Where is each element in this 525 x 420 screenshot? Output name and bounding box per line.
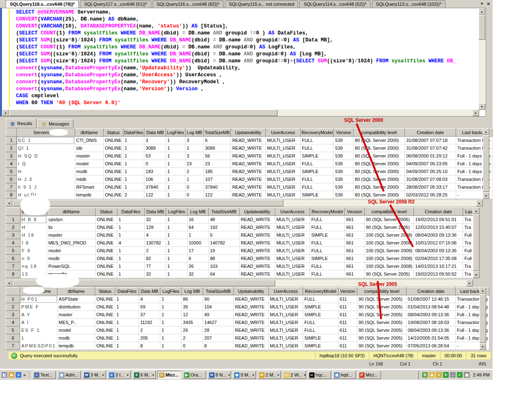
column-header-updateability[interactable]: Updateability: [231, 129, 266, 137]
grid-cell[interactable]: 80 (SQL Server 2000): [354, 152, 405, 160]
grid-cell[interactable]: 539: [334, 160, 354, 168]
grid-cell[interactable]: 4: [144, 231, 166, 239]
grid-cell[interactable]: FULL: [310, 247, 345, 255]
grid-cell[interactable]: 37840: [144, 183, 166, 191]
scroll-up-icon[interactable]: ▲: [483, 128, 489, 135]
mail-launch-icon[interactable]: ◉: [9, 372, 14, 378]
scroll-up-icon[interactable]: ▲: [479, 287, 486, 294]
grid-cell[interactable]: 08/04/2003 09:13:36: [406, 311, 456, 319]
grid-cell[interactable]: 611: [338, 342, 357, 350]
grid-cell[interactable]: 90 (SQL Server 2005): [357, 295, 406, 303]
column-header-data-mb[interactable]: Data MB: [144, 208, 166, 216]
grid-cell[interactable]: 10/01/2012 07:15:06: [414, 239, 463, 247]
row-number[interactable]: 3: [6, 311, 20, 319]
taskbar-button-8[interactable]: N8 N...▼: [208, 371, 231, 379]
grid-cell[interactable]: 103: [208, 262, 239, 270]
grid-cell[interactable]: MULTI_USER: [275, 239, 310, 247]
grid-cell[interactable]: READ_WRITE: [231, 144, 266, 152]
row-number[interactable]: 3: [6, 152, 17, 160]
servername-cell-redacted[interactable]: H: [16, 168, 75, 176]
grid-cell[interactable]: MES_DW2_PROD: [47, 239, 95, 247]
grid-cell[interactable]: master: [47, 231, 95, 239]
grid-cell[interactable]: FULL: [310, 262, 345, 270]
taskbar-button-10[interactable]: M2 M..▼: [258, 371, 281, 379]
code-line-5[interactable]: (SELECT SUM((size*8)/1024) FROM sysaltfi…: [16, 37, 456, 44]
grid-cell[interactable]: SIMPLE: [300, 168, 333, 176]
sql-code[interactable]: SELECT @@SERVERNAME Servername,CONVERT(V…: [16, 9, 456, 107]
grid-cell[interactable]: ONLINE: [95, 231, 117, 239]
grid-cell[interactable]: 130782: [144, 239, 166, 247]
grid-cell[interactable]: 23: [203, 160, 231, 168]
grid-cell[interactable]: RFSmart: [75, 183, 103, 191]
grid-cell[interactable]: 04/09/2007 05:23:05: [405, 160, 456, 168]
grid-cell[interactable]: MULTI_USER: [266, 137, 301, 144]
grid-cell[interactable]: MULTI_USER: [275, 262, 310, 270]
quick-launch-chevron-icon[interactable]: »: [23, 373, 26, 377]
grid-cell[interactable]: ONLINE: [103, 137, 123, 144]
servername-cell-redacted[interactable]: h 9 1 J: [16, 183, 75, 191]
code-line-9[interactable]: convert(sysname,DatabasePropertyEx(name,…: [16, 65, 456, 72]
grid-cell[interactable]: FULL: [300, 144, 333, 152]
grid-cell[interactable]: READ_WRITE: [234, 334, 269, 342]
taskbar-button-6[interactable]: SMicr...: [158, 371, 181, 379]
chevron-down-icon[interactable]: ▼: [252, 374, 255, 377]
scroll-thumb[interactable]: [13, 200, 283, 206]
grid-cell[interactable]: ONLINE: [103, 176, 123, 183]
servername-cell-redacted[interactable]: H 18: [21, 231, 47, 239]
taskbar-button-4[interactable]: e3 I...▼: [107, 371, 131, 379]
chevron-down-icon[interactable]: ▼: [304, 374, 306, 377]
scroll-up-icon[interactable]: ▲: [473, 208, 479, 214]
grid-cell[interactable]: 1: [117, 262, 144, 270]
row-number[interactable]: 8: [6, 270, 21, 278]
tray-sync-icon[interactable]: ↻: [443, 372, 449, 378]
taskbar-button-1[interactable]: ≡Text...: [32, 371, 56, 379]
scroll-up-icon[interactable]: ▲: [479, 8, 485, 15]
grid-cell[interactable]: READ_WRITE: [234, 303, 269, 311]
grid-corner-cell[interactable]: [6, 288, 20, 295]
grid-cell[interactable]: 1: [117, 255, 144, 262]
grid-cell[interactable]: 611: [338, 319, 357, 326]
grid-cell[interactable]: 1: [166, 183, 185, 191]
code-line-14[interactable]: WHEN 60 THEN '60 (SQL Server 6.0)': [16, 100, 456, 107]
scroll-down-icon[interactable]: ▼: [483, 192, 489, 199]
grid-cell[interactable]: 3088: [144, 144, 166, 152]
grid-cell[interactable]: READ_WRITE: [234, 311, 269, 319]
grid-cell[interactable]: 192: [208, 224, 239, 231]
grid-cell[interactable]: 10000: [187, 239, 208, 247]
grid-cell[interactable]: 4: [139, 295, 160, 303]
grid-cell[interactable]: 1: [166, 168, 185, 176]
grid-cell[interactable]: ASPState: [57, 295, 95, 303]
grid-cell[interactable]: 185: [203, 168, 231, 176]
servername-cell-redacted[interactable]: I 8: [21, 239, 47, 247]
code-line-13[interactable]: CASE cmptlevel: [16, 93, 456, 100]
grid-cell[interactable]: 1: [115, 303, 139, 311]
servername-cell-redacted[interactable]: H B 8: [21, 216, 47, 224]
grid-cell[interactable]: 90 (SQL Server 2005): [357, 326, 406, 334]
grid-cell[interactable]: 1: [123, 168, 144, 176]
column-header-creation-date[interactable]: Creation date: [414, 208, 463, 216]
grid-cell[interactable]: master: [75, 152, 103, 160]
grid-cell[interactable]: cpsdyn: [47, 216, 95, 224]
close-tab-icon[interactable]: ✕: [486, 1, 491, 7]
grid-cell[interactable]: MULTI_USER: [269, 342, 303, 350]
row-number[interactable]: 6: [6, 334, 20, 342]
grid-cell[interactable]: 1: [115, 319, 139, 326]
grid-cell[interactable]: 12/02/2013 15:40:07: [414, 224, 463, 231]
grid-cell[interactable]: 90 (SQL Server 2005): [357, 319, 406, 326]
grid-cell[interactable]: 6: [203, 137, 231, 144]
column-header-log-mb[interactable]: Log MB: [182, 288, 203, 295]
grid-cell[interactable]: MULTI_USER: [266, 183, 301, 191]
grid-cell[interactable]: 64: [187, 224, 208, 231]
column-header-updateability[interactable]: Updateability: [239, 208, 275, 216]
grid-cell[interactable]: tempdb: [57, 342, 95, 350]
query-tab-2[interactable]: SQLQuery117.s...cov648 (51))*: [80, 0, 151, 8]
grid-cell[interactable]: 1: [123, 176, 144, 183]
scroll-right-icon[interactable]: ►: [476, 200, 483, 206]
grid-cell[interactable]: 53: [144, 152, 166, 160]
code-line-11[interactable]: convert(sysname,DatabasePropertyEx(name,…: [16, 79, 456, 86]
column-header-version[interactable]: Version: [345, 208, 364, 216]
grid-cell[interactable]: FULL: [300, 160, 333, 168]
grid-cell[interactable]: 32: [187, 270, 208, 278]
grid-cell[interactable]: 31/08/2007 07:07:42: [405, 144, 456, 152]
grid-cell[interactable]: 140782: [208, 239, 239, 247]
